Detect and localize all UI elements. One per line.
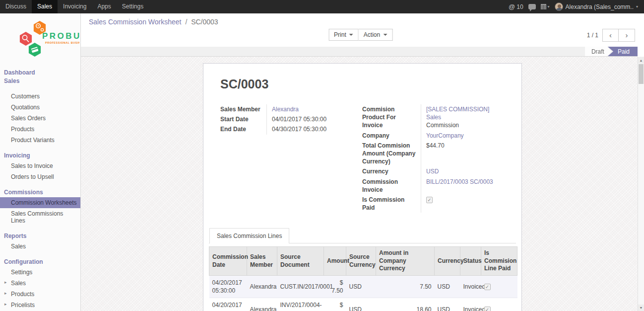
vertical-scrollbar[interactable]: ▲ ▼ (638, 57, 644, 311)
is-commission-paid-label: Is Commission Paid (362, 195, 421, 213)
col-amount-in-company-currency: Amount in Company Currency (376, 247, 435, 276)
sidebar-item-label: Products (11, 291, 34, 298)
cell-document: CUST.IN/2017/0001 (277, 276, 324, 298)
end-date-label: End Date (220, 124, 266, 134)
sidebar-section-commissions: Commissions Commission Worksheets Sales … (0, 187, 80, 226)
statusbar: Draft Paid (81, 47, 638, 57)
cell-amount: $ 18.60 (324, 298, 346, 311)
cell-status: Invoiced (460, 276, 481, 298)
sidebar-item-dashboard[interactable]: Dashboard (0, 68, 80, 78)
nav-item-settings[interactable]: Settings (117, 0, 149, 13)
sidebar-item-config-pricelists[interactable]: ▸Pricelists (0, 300, 80, 311)
pager-value: 1 / 1 (587, 32, 598, 39)
probuse-logo[interactable]: PROBUSE PROFESSIONAL BUSINESS (0, 13, 80, 68)
nav-item-apps[interactable]: Apps (92, 0, 116, 13)
currency-label: Currency (362, 166, 421, 176)
sidebar-item-quotations[interactable]: Quotations (0, 102, 80, 113)
status-step-paid[interactable]: Paid (608, 47, 638, 56)
sidebar-item-reports-sales[interactable]: Sales (0, 241, 80, 252)
total-commission-label: Total Commision Amount (Company Currency… (362, 141, 421, 167)
commission-product-link[interactable]: [SALES COMMISSION] Sales (426, 106, 489, 121)
line-paid-checkbox: ✓ (484, 307, 491, 311)
sidebar-header-commissions: Commissions (0, 187, 80, 197)
sidebar-item-sales[interactable]: Sales (0, 78, 80, 86)
breadcrumb-separator: / (185, 18, 187, 26)
sidebar-item-sales-orders[interactable]: Sales Orders (0, 113, 80, 124)
cell-member: Alexandra (247, 298, 277, 311)
sidebar: PROBUSE PROFESSIONAL BUSINESS Dashboard … (0, 13, 81, 311)
sidebar-item-commission-worksheets[interactable]: Commission Worksheets (0, 197, 80, 208)
control-panel: Sales Commission Worksheet / SC/0003 Pri… (81, 13, 644, 47)
table-row[interactable]: 04/20/2017 05:30:00 Alexandra INV/2017/0… (209, 298, 517, 311)
currency-link[interactable]: USD (426, 168, 439, 175)
scroll-up-button[interactable]: ▲ (638, 57, 644, 64)
tab-sales-commission-lines[interactable]: Sales Commission Lines (209, 228, 289, 243)
sidebar-item-config-settings[interactable]: Settings (0, 267, 80, 278)
commission-product-rest: Commission (426, 122, 459, 129)
sidebar-section-sales: Customers Quotations Sales Orders Produc… (0, 91, 80, 146)
status-step-draft[interactable]: Draft (585, 47, 612, 56)
company-menu[interactable]: ▾ (541, 4, 550, 9)
scrollbar-thumb[interactable] (639, 64, 644, 84)
messages-icon[interactable] (528, 4, 536, 9)
col-amount: Amount (324, 247, 346, 276)
sidebar-item-orders-to-upsell[interactable]: Orders to Upsell (0, 171, 80, 182)
sidebar-item-sales-commissions-lines[interactable]: Sales Commissions Lines (0, 208, 80, 226)
top-menu: Discuss Sales Invoicing Apps Settings (0, 0, 149, 13)
sidebar-item-customers[interactable]: Customers (0, 91, 80, 102)
pager-next-button[interactable]: › (619, 29, 635, 42)
nav-item-invoicing[interactable]: Invoicing (58, 0, 92, 13)
nav-item-sales[interactable]: Sales (32, 0, 58, 13)
sidebar-item-products[interactable]: Products (0, 124, 80, 135)
end-date-value: 04/30/2017 05:30:00 (266, 124, 362, 134)
company-link[interactable]: YourCompany (426, 132, 464, 139)
cell-date: 04/20/2017 05:30:00 (209, 276, 247, 298)
cell-source-currency: USD (346, 276, 376, 298)
chevron-down-icon: ▾ (548, 4, 550, 9)
action-button[interactable]: Action (359, 29, 392, 41)
col-source-document: Source Document (277, 247, 324, 276)
sales-member-link[interactable]: Alexandra (272, 106, 299, 113)
sales-member-label: Sales Member (220, 104, 266, 114)
nav-item-discuss[interactable]: Discuss (0, 0, 32, 13)
content-area: Sales Commission Worksheet / SC/0003 Pri… (81, 13, 644, 311)
user-menu[interactable]: Alexandra (Sales_comm.. ▾ (555, 2, 638, 11)
sidebar-header-configuration: Configuration (0, 257, 80, 267)
chevron-down-icon: ▾ (636, 4, 638, 9)
sidebar-section-invoicing: Invoicing Sales to Invoice Orders to Ups… (0, 151, 80, 182)
sidebar-item-sales-to-invoice[interactable]: Sales to Invoice (0, 160, 80, 171)
sidebar-item-config-products[interactable]: ▸Products (0, 289, 80, 300)
caret-down-icon (383, 34, 387, 38)
print-button-label: Print (334, 31, 346, 38)
cell-amount-company: 18.60 (376, 298, 435, 311)
commission-invoice-label: Commission Invoice (362, 177, 421, 195)
mention-counter[interactable]: @ 10 (509, 3, 523, 10)
scroll-down-button[interactable]: ▼ (638, 305, 644, 311)
cell-currency: USD (435, 298, 460, 311)
field-group-right: Commision Product For Invoice [SALES COM… (362, 104, 505, 213)
pager-previous-button[interactable]: ‹ (602, 29, 619, 42)
col-currency: Currency (435, 247, 460, 276)
svg-text:PROBUSE: PROBUSE (42, 31, 79, 41)
check-icon: ✓ (427, 197, 431, 203)
breadcrumb-parent-link[interactable]: Sales Commission Worksheet (89, 18, 181, 26)
notebook: Sales Commission Lines Commission Date S… (209, 228, 516, 311)
form-sheet: SC/0003 Sales Member Alexandra Start Dat… (203, 63, 522, 311)
line-paid-checkbox: ✓ (484, 284, 491, 290)
sidebar-item-config-sales[interactable]: ▸Sales (0, 278, 80, 289)
building-icon (541, 4, 546, 9)
expand-caret-icon: ▸ (4, 291, 7, 296)
caret-down-icon (349, 34, 353, 38)
print-button[interactable]: Print (328, 29, 359, 41)
col-commission-date: Commission Date (209, 247, 247, 276)
commission-invoice-link[interactable]: BILL/2017/0003 SC/0003 (426, 178, 493, 185)
sidebar-item-label: Sales (11, 280, 26, 287)
cell-member: Alexandra (247, 276, 277, 298)
start-date-value: 04/01/2017 05:30:00 (266, 114, 362, 124)
form-view-background: SC/0003 Sales Member Alexandra Start Dat… (81, 57, 644, 311)
table-row[interactable]: 04/20/2017 05:30:00 Alexandra CUST.IN/20… (209, 276, 517, 298)
mention-count: 10 (516, 3, 523, 10)
table-header-row: Commission Date Sales Member Source Docu… (209, 247, 517, 276)
sidebar-item-product-variants[interactable]: Product Variants (0, 135, 80, 146)
svg-text:PROFESSIONAL BUSINESS: PROFESSIONAL BUSINESS (45, 41, 79, 44)
